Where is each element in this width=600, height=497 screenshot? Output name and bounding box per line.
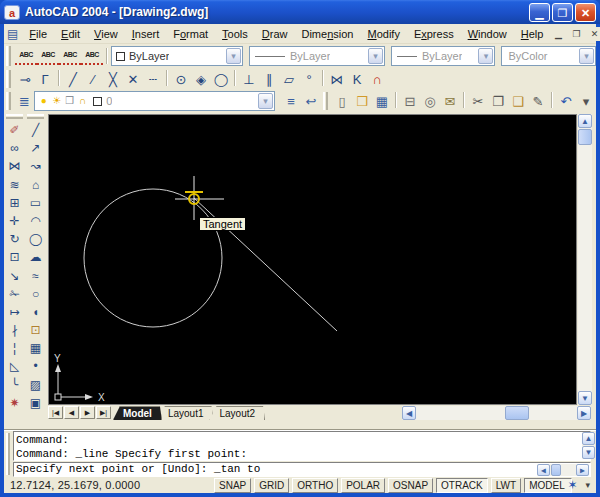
snap-parallel-icon[interactable]: ∥	[259, 70, 279, 88]
snap-from-icon[interactable]: Γ	[35, 70, 55, 88]
scroll-thumb[interactable]	[505, 406, 529, 420]
tab-layout2[interactable]: Layout2	[209, 406, 265, 420]
text-edit-icon[interactable]: ABC	[59, 47, 81, 65]
rectangle-icon[interactable]: ▭	[26, 194, 45, 212]
ellipse-arc-icon[interactable]: ◖	[26, 303, 45, 321]
break-icon[interactable]: ¦	[5, 339, 24, 357]
plotstyle-control-dropdown[interactable]: ByColor ▾	[501, 46, 596, 66]
menu-help[interactable]: Help	[514, 25, 551, 43]
snap-quadrant-icon[interactable]: ◈	[191, 70, 211, 88]
menu-modify[interactable]: Modify	[360, 25, 406, 43]
maximize-button[interactable]: ❐	[552, 3, 573, 22]
toggle-model[interactable]: MODEL	[524, 478, 572, 493]
match-properties-icon[interactable]: ✎	[528, 92, 548, 110]
layer-properties-manager-icon[interactable]: ≣	[15, 92, 34, 110]
horizontal-scrollbar[interactable]: ◀ ▶	[402, 406, 591, 420]
publish-icon[interactable]: ✉	[440, 92, 460, 110]
erase-icon[interactable]: ✐	[5, 121, 24, 139]
tab-last-icon[interactable]: ▶|	[96, 406, 111, 419]
toggle-otrack[interactable]: OTRACK	[436, 478, 488, 493]
toggle-osnap[interactable]: OSNAP	[388, 478, 433, 493]
snap-midpoint-icon[interactable]: ∕	[83, 70, 103, 88]
offset-icon[interactable]: ≋	[5, 176, 24, 194]
polygon-icon[interactable]: ⌂	[26, 176, 45, 194]
close-button[interactable]: ✕	[575, 3, 596, 22]
mdi-close-button[interactable]: ✕	[586, 27, 600, 41]
osnap-settings-icon[interactable]: ∩	[367, 70, 387, 88]
open-icon[interactable]: ❒	[352, 92, 372, 110]
command-history-scrollbar[interactable]: ▲ ▼	[582, 432, 595, 459]
menu-view[interactable]: View	[87, 25, 125, 43]
minimize-button[interactable]: ▁	[529, 3, 550, 22]
make-object-layer-current-icon[interactable]: ≡	[281, 92, 301, 110]
scroll-left-icon[interactable]: ◀	[537, 464, 550, 476]
toggle-snap[interactable]: SNAP	[214, 478, 251, 493]
toolbar-grip[interactable]	[6, 92, 11, 110]
stretch-icon[interactable]: ↘	[5, 267, 24, 285]
snap-tangent-icon[interactable]: ◯	[211, 70, 231, 88]
circle-icon[interactable]: ◯	[26, 230, 45, 248]
snap-node-icon[interactable]: °	[299, 70, 319, 88]
scroll-thumb[interactable]	[551, 464, 561, 476]
rotate-icon[interactable]: ↻	[5, 230, 24, 248]
command-window-grip[interactable]	[6, 433, 10, 475]
command-input-line[interactable]: Specify next point or [Undo]: _tan to ◀ …	[13, 462, 591, 477]
fillet-icon[interactable]: ╰	[5, 376, 24, 394]
make-block-icon[interactable]: ▦	[26, 339, 45, 357]
break-at-point-icon[interactable]: ∤	[5, 321, 24, 339]
drawing-canvas[interactable]: Y X Tangent	[48, 114, 577, 405]
toggle-grid[interactable]: GRID	[254, 478, 289, 493]
move-icon[interactable]: ✛	[5, 212, 24, 230]
dropdown-arrow-icon[interactable]: ▾	[368, 48, 383, 64]
revision-cloud-icon[interactable]: ☁	[26, 248, 45, 266]
spline-icon[interactable]: ≈	[26, 267, 45, 285]
snap-apparent-intersection-icon[interactable]: ✕	[123, 70, 143, 88]
layer-previous-icon[interactable]: ↩	[301, 92, 321, 110]
ellipse-icon[interactable]: ○	[26, 285, 45, 303]
line-icon[interactable]: ╱	[26, 121, 45, 139]
mdi-restore-button[interactable]: ❐	[568, 27, 584, 41]
scale-icon[interactable]: ⊡	[5, 248, 24, 266]
arc-icon[interactable]: ◠	[26, 212, 45, 230]
drawn-circle[interactable]	[84, 189, 222, 327]
chamfer-icon[interactable]: ◺	[5, 357, 24, 375]
coordinate-display[interactable]: 12.7124, 25.1679, 0.0000	[10, 479, 140, 491]
dropdown-arrow-icon[interactable]: ▾	[258, 93, 273, 109]
tab-layout1[interactable]: Layout1	[158, 406, 214, 420]
save-icon[interactable]: ▦	[372, 92, 392, 110]
toggle-lwt[interactable]: LWT	[491, 478, 521, 493]
toolbar-grip[interactable]	[6, 114, 23, 119]
region-icon[interactable]: ▣	[26, 394, 45, 412]
snap-extension-icon[interactable]: ┄	[143, 70, 163, 88]
dropdown-arrow-icon[interactable]: ▾	[478, 48, 493, 64]
tab-next-icon[interactable]: ▶	[80, 406, 95, 419]
statusbar-menu-arrow-icon[interactable]: ▾	[585, 480, 590, 490]
plot-icon[interactable]: ⊟	[400, 92, 420, 110]
color-control-dropdown[interactable]: ByLayer ▾	[111, 46, 243, 66]
snap-endpoint-icon[interactable]: ╱	[63, 70, 83, 88]
scroll-left-icon[interactable]: ◀	[402, 406, 416, 420]
undo-dropdown-icon[interactable]: ▾	[576, 92, 596, 110]
communication-center-icon[interactable]: ✶	[567, 478, 577, 492]
dropdown-arrow-icon[interactable]: ▾	[226, 48, 241, 64]
scroll-down-icon[interactable]: ▼	[578, 391, 592, 405]
menu-dimension[interactable]: Dimension	[294, 25, 360, 43]
layer-control-dropdown[interactable]: ●☀❒∩ 0 ▾	[34, 91, 275, 111]
point-icon[interactable]: •	[26, 357, 45, 375]
command-line-scrollbar[interactable]: ◀ ▶	[537, 464, 589, 476]
toolbar-grip[interactable]	[6, 70, 11, 88]
text-spell-check-icon[interactable]: ABC	[37, 47, 59, 65]
new-icon[interactable]: ▯	[332, 92, 352, 110]
menu-insert[interactable]: Insert	[125, 25, 167, 43]
text-find-icon[interactable]: ABC	[15, 47, 37, 65]
snap-none-icon[interactable]: K	[347, 70, 367, 88]
snap-insert-icon[interactable]: ▱	[279, 70, 299, 88]
cut-icon[interactable]: ✂	[468, 92, 488, 110]
mirror-icon[interactable]: ⋈	[5, 157, 24, 175]
lineweight-control-dropdown[interactable]: ByLayer ▾	[391, 46, 495, 66]
toggle-ortho[interactable]: ORTHO	[292, 478, 338, 493]
tab-prev-icon[interactable]: ◀	[64, 406, 79, 419]
menu-express[interactable]: Express	[407, 25, 461, 43]
scroll-right-icon[interactable]: ▶	[577, 406, 591, 420]
explode-icon[interactable]: ✷	[5, 394, 24, 412]
